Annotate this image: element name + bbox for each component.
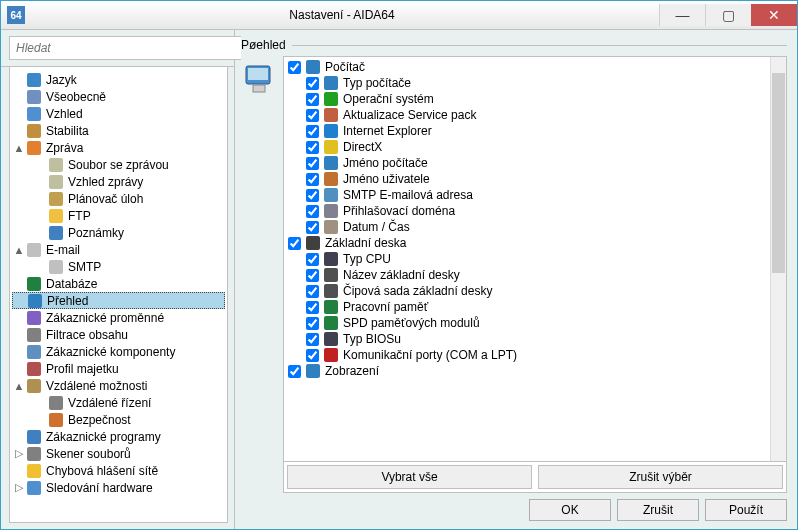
tree-item[interactable]: Stabilita (12, 122, 225, 139)
tree-item[interactable]: Soubor se zprávou (12, 156, 225, 173)
tree-item[interactable]: Poznámky (12, 224, 225, 241)
maximize-button[interactable]: ▢ (705, 4, 751, 26)
checklist-checkbox[interactable] (306, 349, 319, 362)
checklist-item[interactable]: Datum / Čas (286, 219, 768, 235)
filter-icon (26, 327, 42, 343)
checklist-item[interactable]: SMTP E-mailová adresa (286, 187, 768, 203)
checklist-item[interactable]: Jméno uživatele (286, 171, 768, 187)
checklist[interactable]: PočítačTyp počítačeOperační systémAktual… (284, 57, 770, 461)
tree-item[interactable]: Vzdálené řízení (12, 394, 225, 411)
checklist-item[interactable]: Typ počítače (286, 75, 768, 91)
tree-item[interactable]: SMTP (12, 258, 225, 275)
checklist-item[interactable]: Operační systém (286, 91, 768, 107)
tree-item[interactable]: Zákaznické komponenty (12, 343, 225, 360)
tree-item[interactable]: Vzhled (12, 105, 225, 122)
tree-item[interactable]: Databáze (12, 275, 225, 292)
tree-item[interactable]: Zákaznické programy (12, 428, 225, 445)
checklist-checkbox[interactable] (306, 205, 319, 218)
tree-item-label: Sledování hardware (46, 481, 153, 495)
tree-item[interactable]: Profil majetku (12, 360, 225, 377)
checklist-checkbox[interactable] (306, 173, 319, 186)
tree-item[interactable]: Přehled (12, 292, 225, 309)
tree-item-label: Bezpečnost (68, 413, 131, 427)
checklist-checkbox[interactable] (306, 285, 319, 298)
tree-item-label: Přehled (47, 294, 88, 308)
checklist-item[interactable]: SPD paměťových modulů (286, 315, 768, 331)
tree-item[interactable]: ▲E-mail (12, 241, 225, 258)
select-all-button[interactable]: Vybrat vše (287, 465, 532, 489)
tree-item-label: Databáze (46, 277, 97, 291)
checklist-checkbox[interactable] (288, 237, 301, 250)
tree-item[interactable]: FTP (12, 207, 225, 224)
board-icon (323, 267, 339, 283)
tree-item[interactable]: ▲Vzdálené možnosti (12, 377, 225, 394)
tree-toggle[interactable]: ▷ (12, 447, 26, 460)
tree-item[interactable]: Filtrace obsahu (12, 326, 225, 343)
checklist-checkbox[interactable] (306, 77, 319, 90)
checklist-item-label: Komunikační porty (COM a LPT) (343, 348, 517, 362)
checklist-checkbox[interactable] (306, 269, 319, 282)
checklist-item[interactable]: Typ BIOSu (286, 331, 768, 347)
scroll-thumb[interactable] (772, 73, 785, 273)
tree-toggle[interactable]: ▲ (12, 142, 26, 154)
checklist-item[interactable]: Čipová sada základní desky (286, 283, 768, 299)
gear-icon (26, 89, 42, 105)
right-panel: Pøehled PočítačTyp počítačeOperační syst… (235, 30, 797, 529)
tree-item[interactable]: Vzhled zprávy (12, 173, 225, 190)
checklist-checkbox[interactable] (288, 61, 301, 74)
vars-icon (26, 310, 42, 326)
checklist-checkbox[interactable] (306, 157, 319, 170)
tree-item[interactable]: Jazyk (12, 71, 225, 88)
tree-item[interactable]: Zákaznické proměnné (12, 309, 225, 326)
checklist-checkbox[interactable] (306, 109, 319, 122)
checklist-checkbox[interactable] (306, 141, 319, 154)
ok-button[interactable]: OK (529, 499, 611, 521)
minimize-button[interactable]: — (659, 4, 705, 26)
nav-tree[interactable]: JazykVšeobecněVzhledStabilita▲ZprávaSoub… (9, 67, 228, 523)
scrollbar[interactable] (770, 57, 786, 461)
checklist-item[interactable]: Zobrazení (286, 363, 768, 379)
cancel-button[interactable]: Zrušit (617, 499, 699, 521)
window-title: Nastavení - AIDA64 (25, 8, 659, 22)
checklist-item[interactable]: Základní deska (286, 235, 768, 251)
checklist-checkbox[interactable] (306, 125, 319, 138)
tree-item[interactable]: ▲Zpráva (12, 139, 225, 156)
checklist-item[interactable]: Aktualizace Service pack (286, 107, 768, 123)
tree-toggle[interactable]: ▲ (12, 244, 26, 256)
checklist-item[interactable]: Pracovní paměť (286, 299, 768, 315)
domain-icon (323, 203, 339, 219)
checklist-checkbox[interactable] (306, 317, 319, 330)
checklist-item[interactable]: Přihlašovací doména (286, 203, 768, 219)
checklist-checkbox[interactable] (306, 333, 319, 346)
checklist-item[interactable]: Komunikační porty (COM a LPT) (286, 347, 768, 363)
checklist-checkbox[interactable] (306, 93, 319, 106)
tree-item[interactable]: Chybová hlášení sítě (12, 462, 225, 479)
tree-item-label: Zákaznické proměnné (46, 311, 164, 325)
checklist-item[interactable]: DirectX (286, 139, 768, 155)
checklist-checkbox[interactable] (306, 189, 319, 202)
checklist-item[interactable]: Název základní desky (286, 267, 768, 283)
checklist-checkbox[interactable] (306, 301, 319, 314)
overview-icon (243, 62, 277, 96)
checklist-checkbox[interactable] (306, 253, 319, 266)
titlebar: 64 Nastavení - AIDA64 — ▢ ✕ (1, 1, 797, 30)
checklist-item[interactable]: Počítač (286, 59, 768, 75)
tree-item[interactable]: Bezpečnost (12, 411, 225, 428)
tree-toggle[interactable]: ▲ (12, 380, 26, 392)
checklist-item-label: Název základní desky (343, 268, 460, 282)
tree-item[interactable]: ▷Skener souborů (12, 445, 225, 462)
checklist-item[interactable]: Internet Explorer (286, 123, 768, 139)
tree-item[interactable]: ▷Sledování hardware (12, 479, 225, 496)
tree-item[interactable]: Plánovač úloh (12, 190, 225, 207)
checklist-checkbox[interactable] (288, 365, 301, 378)
close-button[interactable]: ✕ (751, 4, 797, 26)
checklist-item-label: Datum / Čas (343, 220, 410, 234)
search-input[interactable] (9, 36, 241, 60)
tree-item[interactable]: Všeobecně (12, 88, 225, 105)
tree-toggle[interactable]: ▷ (12, 481, 26, 494)
deselect-all-button[interactable]: Zrušit výběr (538, 465, 783, 489)
checklist-item[interactable]: Typ CPU (286, 251, 768, 267)
apply-button[interactable]: Použít (705, 499, 787, 521)
checklist-item[interactable]: Jméno počítače (286, 155, 768, 171)
checklist-checkbox[interactable] (306, 221, 319, 234)
